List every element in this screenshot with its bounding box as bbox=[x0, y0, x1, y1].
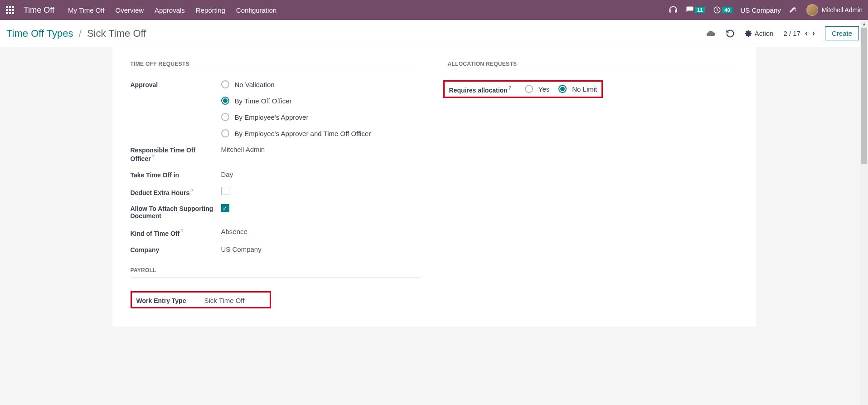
section-time-off-requests: TIME OFF REQUESTS bbox=[131, 61, 421, 71]
navbar-right: 11 40 US Company Mitchell Admin bbox=[669, 4, 863, 16]
work-entry-label: Work Entry Type bbox=[136, 296, 195, 304]
work-entry-value[interactable]: Sick Time Off bbox=[204, 297, 245, 304]
help-icon[interactable]: ? bbox=[190, 188, 193, 193]
pager-next-icon[interactable]: › bbox=[812, 29, 815, 38]
nav-reporting[interactable]: Reporting bbox=[196, 6, 225, 14]
field-deduct: Deduct Extra Hours? bbox=[131, 187, 421, 196]
scrollbar[interactable]: ▲ bbox=[860, 20, 868, 345]
field-company: Company US Company bbox=[131, 245, 421, 254]
app-title[interactable]: Time Off bbox=[24, 5, 54, 15]
action-label: Action bbox=[755, 29, 774, 37]
apps-icon[interactable] bbox=[5, 5, 15, 15]
company-value[interactable]: US Company bbox=[221, 245, 262, 253]
field-responsible: Responsible Time Off Officer? Mitchell A… bbox=[131, 146, 421, 162]
left-column: TIME OFF REQUESTS Approval No Validation… bbox=[131, 61, 421, 308]
breadcrumb-parent[interactable]: Time Off Types bbox=[6, 28, 73, 39]
nav-approvals[interactable]: Approvals bbox=[155, 6, 185, 14]
form-sheet: TIME OFF REQUESTS Approval No Validation… bbox=[112, 47, 756, 327]
nav-overview[interactable]: Overview bbox=[116, 6, 144, 14]
take-in-value[interactable]: Day bbox=[221, 171, 233, 178]
highlight-work-entry: Work Entry Type Sick Time Off bbox=[131, 291, 271, 308]
nav-configuration[interactable]: Configuration bbox=[236, 6, 276, 14]
pager-text[interactable]: 2 / 17 bbox=[783, 29, 800, 37]
controlbar-right: Action 2 / 17 ‹ › Create bbox=[706, 26, 859, 40]
pager: 2 / 17 ‹ › bbox=[783, 29, 815, 38]
svg-rect-1 bbox=[9, 6, 11, 8]
navbar-left: Time Off My Time Off Overview Approvals … bbox=[5, 5, 669, 15]
help-icon[interactable]: ? bbox=[152, 154, 155, 159]
svg-rect-7 bbox=[9, 12, 11, 14]
user-name: Mitchell Admin bbox=[822, 6, 863, 14]
approval-opt-by-both[interactable]: By Employee's Approver and Time Off Offi… bbox=[221, 129, 371, 137]
approval-opt-by-officer[interactable]: By Time Off Officer bbox=[221, 97, 371, 105]
take-in-label: Take Time Off in bbox=[131, 171, 221, 179]
svg-rect-2 bbox=[12, 6, 14, 8]
scroll-thumb[interactable] bbox=[861, 28, 867, 164]
approval-radio-group: No Validation By Time Off Officer By Emp… bbox=[221, 80, 371, 137]
field-take-in: Take Time Off in Day bbox=[131, 171, 421, 179]
deduct-label: Deduct Extra Hours? bbox=[131, 187, 221, 196]
clock-badge: 40 bbox=[722, 7, 732, 13]
svg-rect-8 bbox=[12, 12, 14, 14]
alloc-radio-group: Yes No Limit bbox=[525, 85, 597, 93]
company-label: Company bbox=[131, 245, 221, 254]
section-payroll: PAYROLL bbox=[131, 267, 421, 278]
support-icon[interactable] bbox=[669, 5, 678, 15]
kind-value[interactable]: Absence bbox=[221, 228, 247, 235]
approval-label: Approval bbox=[131, 80, 221, 88]
nav-menu: My Time Off Overview Approvals Reporting… bbox=[68, 6, 276, 14]
svg-rect-5 bbox=[12, 9, 14, 11]
right-column: ALLOCATION REQUESTS Requires allocation?… bbox=[448, 61, 738, 308]
cloud-icon[interactable] bbox=[706, 29, 716, 39]
alloc-opt-yes[interactable]: Yes bbox=[525, 85, 549, 93]
alloc-opt-no-limit[interactable]: No Limit bbox=[558, 85, 597, 93]
approval-opt-no-validation[interactable]: No Validation bbox=[221, 80, 371, 88]
breadcrumb-sep: / bbox=[79, 28, 82, 39]
messages-badge: 11 bbox=[695, 7, 705, 13]
field-attach: Allow To Attach Supporting Document bbox=[131, 204, 421, 220]
deduct-checkbox[interactable] bbox=[221, 187, 229, 195]
user-avatar bbox=[806, 4, 818, 16]
help-icon[interactable]: ? bbox=[180, 229, 183, 234]
company-switcher[interactable]: US Company bbox=[741, 6, 781, 14]
responsible-value[interactable]: Mitchell Admin bbox=[221, 146, 265, 153]
undo-icon[interactable] bbox=[726, 29, 735, 38]
clock-icon[interactable]: 40 bbox=[713, 6, 732, 14]
section-allocation-requests: ALLOCATION REQUESTS bbox=[448, 61, 738, 71]
breadcrumb: Time Off Types / Sick Time Off bbox=[6, 28, 146, 39]
svg-rect-6 bbox=[6, 12, 8, 14]
control-bar: Time Off Types / Sick Time Off Action 2 … bbox=[0, 20, 868, 47]
requires-alloc-label: Requires allocation? bbox=[449, 84, 511, 94]
svg-rect-3 bbox=[6, 9, 8, 11]
user-menu[interactable]: Mitchell Admin bbox=[806, 4, 863, 16]
page-wrap: TIME OFF REQUESTS Approval No Validation… bbox=[0, 47, 868, 345]
field-kind: Kind of Time Off? Absence bbox=[131, 228, 421, 237]
breadcrumb-current: Sick Time Off bbox=[87, 28, 146, 39]
approval-opt-by-approver[interactable]: By Employee's Approver bbox=[221, 113, 371, 121]
field-approval: Approval No Validation By Time Off Offic… bbox=[131, 80, 421, 137]
scroll-up-icon[interactable]: ▲ bbox=[860, 20, 868, 28]
svg-rect-4 bbox=[9, 9, 11, 11]
action-dropdown[interactable]: Action bbox=[745, 29, 774, 37]
svg-rect-0 bbox=[6, 6, 8, 8]
pager-prev-icon[interactable]: ‹ bbox=[805, 29, 808, 38]
help-icon[interactable]: ? bbox=[509, 85, 511, 91]
top-navbar: Time Off My Time Off Overview Approvals … bbox=[0, 0, 868, 20]
highlight-requires-allocation: Requires allocation? Yes No Limit bbox=[443, 80, 603, 98]
attach-checkbox[interactable] bbox=[221, 204, 229, 212]
nav-my-time-off[interactable]: My Time Off bbox=[68, 6, 105, 14]
responsible-label: Responsible Time Off Officer? bbox=[131, 146, 221, 162]
messages-icon[interactable]: 11 bbox=[686, 6, 705, 14]
attach-label: Allow To Attach Supporting Document bbox=[131, 204, 221, 220]
tools-icon[interactable] bbox=[789, 5, 798, 15]
create-button[interactable]: Create bbox=[825, 26, 859, 40]
kind-label: Kind of Time Off? bbox=[131, 228, 221, 237]
